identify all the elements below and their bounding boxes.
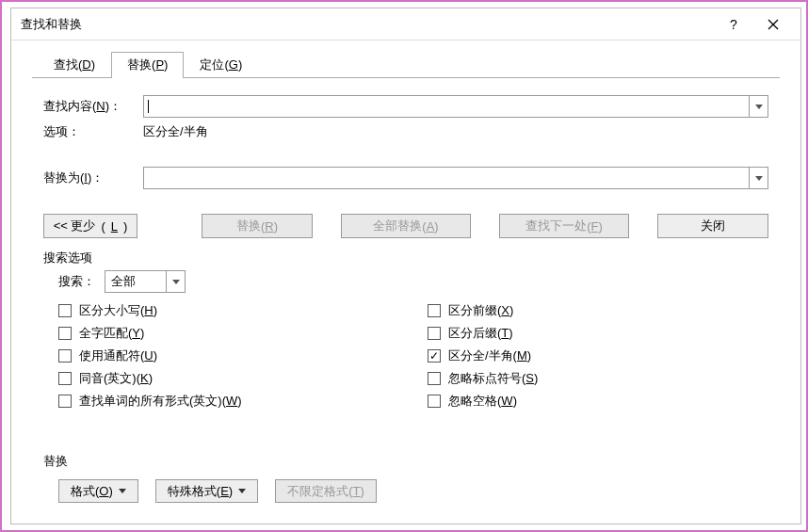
search-options-label: 搜索选项 bbox=[43, 250, 768, 270]
tabs: 查找(D) 替换(P) 定位(G) bbox=[11, 52, 800, 78]
checkbox-icon bbox=[58, 372, 72, 385]
tab-replace-label: 替换 bbox=[127, 57, 152, 72]
checkbox-label: 使用通配符(U) bbox=[79, 347, 157, 364]
no-format-button[interactable]: 不限定格式(T) bbox=[275, 479, 377, 503]
checkbox-label: 忽略标点符号(S) bbox=[448, 370, 538, 387]
close-icon bbox=[768, 19, 779, 30]
options-row: 选项： 区分全/半角 bbox=[43, 123, 768, 140]
chevron-down-icon bbox=[755, 105, 763, 109]
chevron-down-icon bbox=[238, 489, 246, 493]
checkbox-left-1[interactable]: 全字匹配(Y) bbox=[58, 325, 399, 342]
checks-right-col: 区分前缀(X)区分后缀(T)区分全/半角(M)忽略标点符号(S)忽略空格(W) bbox=[428, 302, 768, 415]
tab-goto-label: 定位 bbox=[200, 57, 224, 72]
options-value: 区分全/半角 bbox=[143, 123, 208, 140]
chevron-down-icon bbox=[755, 176, 763, 181]
titlebar: 查找和替换 ? bbox=[11, 8, 800, 40]
close-button[interactable]: 关闭 bbox=[657, 214, 768, 238]
checkbox-label: 区分前缀(X) bbox=[448, 302, 513, 319]
find-what-dropdown[interactable] bbox=[749, 96, 768, 117]
replace-with-row: 替换为(I)： bbox=[43, 167, 768, 189]
replace-with-dropdown[interactable] bbox=[749, 168, 768, 188]
find-replace-dialog: 查找和替换 ? 查找(D) 替换(P) 定位(G) 查找内容(N)： bbox=[10, 8, 801, 524]
chevron-down-icon bbox=[119, 489, 126, 493]
dialog-body: 查找(D) 替换(P) 定位(G) 查找内容(N)： 选项： bbox=[11, 40, 800, 512]
find-what-row: 查找内容(N)： bbox=[43, 95, 768, 118]
checkbox-icon bbox=[58, 327, 72, 340]
checkbox-icon bbox=[428, 304, 441, 317]
find-what-label: 查找内容(N)： bbox=[43, 98, 143, 115]
checkbox-label: 同音(英文)(K) bbox=[79, 370, 153, 387]
search-options-group: 搜索： 全部 区分大小写(H)全字匹配(Y)使用通配符(U)同音(英文)(K)查… bbox=[43, 270, 768, 415]
replace-all-button[interactable]: 全部替换(A) bbox=[341, 214, 471, 238]
checkbox-icon bbox=[428, 349, 441, 363]
checkbox-label: 区分后缀(T) bbox=[448, 325, 513, 342]
checkbox-right-1[interactable]: 区分后缀(T) bbox=[428, 325, 768, 342]
checkbox-left-2[interactable]: 使用通配符(U) bbox=[58, 347, 399, 364]
text-cursor bbox=[148, 100, 149, 113]
checkbox-left-3[interactable]: 同音(英文)(K) bbox=[58, 370, 399, 387]
checkbox-right-0[interactable]: 区分前缀(X) bbox=[428, 302, 768, 319]
chevron-down-icon bbox=[172, 280, 180, 284]
outer-frame: 查找和替换 ? 查找(D) 替换(P) 定位(G) 查找内容(N)： bbox=[0, 0, 808, 532]
checkbox-icon bbox=[58, 304, 72, 317]
checkbox-icon bbox=[428, 327, 441, 340]
replace-group-label: 替换 bbox=[43, 453, 768, 474]
checkbox-right-3[interactable]: 忽略标点符号(S) bbox=[428, 370, 768, 387]
search-direction-row: 搜索： 全部 bbox=[58, 270, 768, 293]
main-button-row: << 更少(L) 替换(R) 全部替换(A) 查找下一处(F) 关闭 bbox=[43, 195, 768, 250]
replace-with-input[interactable] bbox=[143, 167, 768, 189]
tab-goto[interactable]: 定位(G) bbox=[184, 52, 258, 78]
format-button[interactable]: 格式(O) bbox=[58, 479, 138, 503]
checks-grid: 区分大小写(H)全字匹配(Y)使用通配符(U)同音(英文)(K)查找单词的所有形… bbox=[58, 302, 768, 415]
checkbox-right-2[interactable]: 区分全/半角(M) bbox=[428, 347, 768, 364]
special-button[interactable]: 特殊格式(E) bbox=[155, 479, 258, 503]
checkbox-label: 全字匹配(Y) bbox=[79, 325, 144, 342]
find-next-button[interactable]: 查找下一处(F) bbox=[499, 214, 629, 238]
checkbox-left-4[interactable]: 查找单词的所有形式(英文)(W) bbox=[58, 393, 399, 410]
help-button[interactable]: ? bbox=[714, 10, 753, 39]
content-area: 查找内容(N)： 选项： 区分全/半角 替换为(I)： bbox=[11, 78, 800, 512]
checkbox-icon bbox=[58, 395, 72, 408]
close-window-button[interactable] bbox=[753, 10, 793, 39]
checkbox-label: 区分全/半角(M) bbox=[448, 347, 531, 364]
search-direction-select[interactable]: 全部 bbox=[105, 270, 186, 293]
less-button[interactable]: << 更少(L) bbox=[43, 214, 137, 238]
options-label: 选项： bbox=[43, 123, 143, 140]
checkbox-label: 查找单词的所有形式(英文)(W) bbox=[79, 393, 242, 410]
checkbox-label: 忽略空格(W) bbox=[448, 393, 517, 410]
search-direction-value: 全部 bbox=[111, 273, 136, 290]
search-direction-label: 搜索： bbox=[58, 273, 95, 290]
checkbox-label: 区分大小写(H) bbox=[79, 302, 157, 319]
checkbox-right-4[interactable]: 忽略空格(W) bbox=[428, 393, 768, 410]
checkbox-icon bbox=[428, 395, 441, 408]
checkbox-icon bbox=[428, 372, 441, 385]
search-direction-dropdown[interactable] bbox=[166, 271, 185, 292]
replace-with-label: 替换为(I)： bbox=[43, 169, 143, 186]
checkbox-left-0[interactable]: 区分大小写(H) bbox=[58, 302, 399, 319]
find-what-input[interactable] bbox=[143, 95, 768, 118]
checkbox-icon bbox=[58, 349, 72, 363]
replace-format-group: 替换 格式(O) 特殊格式(E) 不限定格式(T) bbox=[43, 453, 768, 503]
replace-format-btn-row: 格式(O) 特殊格式(E) 不限定格式(T) bbox=[43, 479, 768, 503]
dialog-title: 查找和替换 bbox=[21, 16, 82, 33]
tab-find[interactable]: 查找(D) bbox=[38, 52, 111, 78]
replace-button[interactable]: 替换(R) bbox=[202, 214, 313, 238]
tab-replace[interactable]: 替换(P) bbox=[111, 52, 184, 78]
tab-find-label: 查找 bbox=[54, 57, 78, 72]
checks-left-col: 区分大小写(H)全字匹配(Y)使用通配符(U)同音(英文)(K)查找单词的所有形… bbox=[58, 302, 399, 415]
